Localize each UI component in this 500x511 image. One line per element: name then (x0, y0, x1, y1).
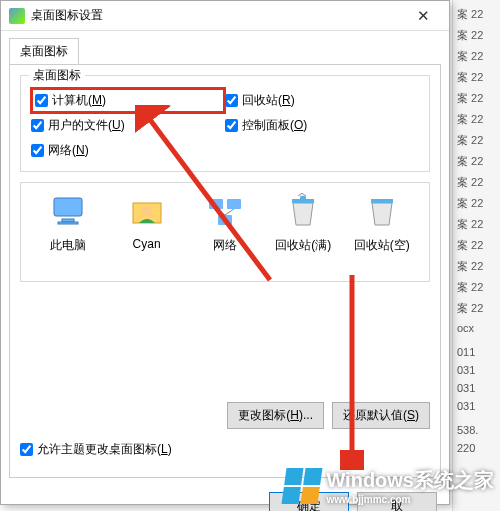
checkbox-recycle-bin-input[interactable] (225, 94, 238, 107)
background-file-list: 案 22案 22案 22 案 22案 22案 22 案 22案 22案 22 案… (452, 0, 500, 511)
recycle-bin-full-icon (283, 191, 323, 231)
svg-rect-7 (218, 215, 232, 225)
checkbox-computer-input[interactable] (35, 94, 48, 107)
close-button[interactable]: ✕ (405, 2, 441, 30)
svg-point-4 (142, 206, 152, 216)
desktop-icon-settings-dialog: 桌面图标设置 ✕ 桌面图标 桌面图标 计算机(M) 回收站(R) 用户的文件(U (0, 0, 450, 505)
network-icon (205, 191, 245, 231)
desktop-icons-group: 桌面图标 计算机(M) 回收站(R) 用户的文件(U) 控制面板(O) (20, 75, 430, 172)
checkbox-control-panel-input[interactable] (225, 119, 238, 132)
checkbox-network-input[interactable] (31, 144, 44, 157)
svg-line-8 (216, 209, 225, 215)
icon-preview-list[interactable]: 此电脑 Cyan 网络 回收站(满) (20, 182, 430, 282)
computer-icon (48, 191, 88, 231)
icon-recycle-full[interactable]: 回收站(满) (269, 191, 337, 273)
close-icon: ✕ (417, 7, 430, 25)
svg-rect-0 (54, 198, 82, 216)
icon-label: 回收站(满) (275, 237, 331, 254)
checkbox-recycle-bin[interactable]: 回收站(R) (225, 88, 419, 113)
icon-network[interactable]: 网络 (191, 191, 259, 273)
watermark-url: www.bjjmmc.com (326, 494, 494, 505)
allow-theme-checkbox[interactable]: 允许主题更改桌面图标(L) (20, 441, 430, 458)
svg-rect-6 (227, 199, 241, 209)
svg-rect-2 (58, 222, 78, 224)
checkbox-user-files-input[interactable] (31, 119, 44, 132)
icon-label: 回收站(空) (354, 237, 410, 254)
tab-row: 桌面图标 (1, 31, 449, 64)
user-folder-icon (127, 191, 167, 231)
svg-rect-5 (209, 199, 223, 209)
group-title: 桌面图标 (29, 67, 85, 84)
checkbox-user-files[interactable]: 用户的文件(U) (31, 113, 225, 138)
windows-logo-icon (282, 468, 323, 504)
icon-recycle-empty[interactable]: 回收站(空) (348, 191, 416, 273)
icon-label: 此电脑 (50, 237, 86, 254)
watermark: Windows系统之家 www.bjjmmc.com (284, 467, 494, 505)
checkbox-control-panel[interactable]: 控制面板(O) (225, 113, 419, 138)
icon-this-pc[interactable]: 此电脑 (34, 191, 102, 273)
svg-line-9 (225, 209, 234, 215)
restore-default-button[interactable]: 还原默认值(S) (332, 402, 430, 429)
svg-rect-12 (371, 199, 393, 203)
title-bar: 桌面图标设置 ✕ (1, 1, 449, 31)
tab-panel: 桌面图标 计算机(M) 回收站(R) 用户的文件(U) 控制面板(O) (9, 64, 441, 478)
dialog-title: 桌面图标设置 (31, 7, 405, 24)
allow-theme-input[interactable] (20, 443, 33, 456)
checkbox-network[interactable]: 网络(N) (31, 138, 225, 163)
recycle-bin-empty-icon (362, 191, 402, 231)
icon-user[interactable]: Cyan (113, 191, 181, 273)
icon-label: Cyan (133, 237, 161, 251)
change-icon-button[interactable]: 更改图标(H)... (227, 402, 324, 429)
icon-label: 网络 (213, 237, 237, 254)
checkbox-computer[interactable]: 计算机(M) (31, 88, 225, 113)
tab-desktop-icons[interactable]: 桌面图标 (9, 38, 79, 65)
app-icon (9, 8, 25, 24)
watermark-title: Windows系统之家 (326, 469, 494, 491)
